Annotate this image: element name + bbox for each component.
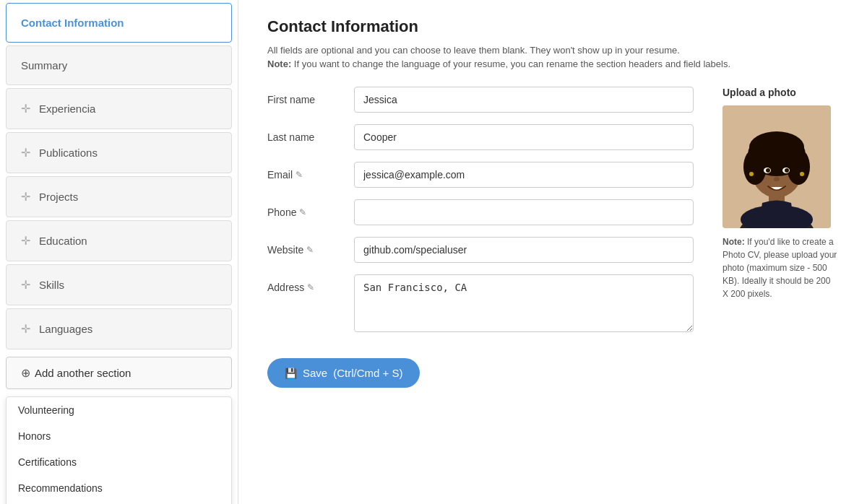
photo-image <box>722 105 831 228</box>
input-first-name[interactable] <box>354 87 694 113</box>
form-fields: First name Last name Email ✎ Phone <box>267 87 694 388</box>
sidebar-item-languages[interactable]: ✛ Languages <box>6 308 232 349</box>
form-layout: First name Last name Email ✎ Phone <box>267 87 838 388</box>
add-section-button[interactable]: ⊕ Add another section <box>6 357 232 389</box>
svg-point-14 <box>800 172 804 176</box>
sidebar-item-skills[interactable]: ✛ Skills <box>6 264 232 305</box>
add-section-label: Add another section <box>35 367 131 379</box>
save-disk-icon: 💾 <box>285 368 297 379</box>
label-first-name: First name <box>267 87 354 105</box>
dropdown-item-honors[interactable]: Honors <box>7 423 231 449</box>
photo-section: Upload a photo <box>722 87 838 388</box>
label-email: Email ✎ <box>267 162 354 181</box>
form-row-email: Email ✎ <box>267 162 694 188</box>
dropdown-item-volunteering[interactable]: Volunteering <box>7 397 231 423</box>
sidebar-item-label: Projects <box>39 191 78 203</box>
edit-phone-icon[interactable]: ✎ <box>299 207 306 217</box>
dropdown-item-custom-section[interactable]: [Custom Section] <box>7 501 231 504</box>
edit-email-icon[interactable]: ✎ <box>296 170 303 180</box>
form-row-last-name: Last name <box>267 124 694 150</box>
save-label: Save <box>303 367 327 379</box>
sidebar-item-label: Education <box>39 235 87 247</box>
drag-handle-icon[interactable]: ✛ <box>21 278 30 292</box>
sidebar-item-label: Languages <box>39 323 92 335</box>
drag-handle-icon[interactable]: ✛ <box>21 234 30 248</box>
sidebar: Contact Information Summary ✛ Experienci… <box>0 0 238 504</box>
note-text: Note: If you want to change the language… <box>267 58 838 69</box>
form-row-phone: Phone ✎ <box>267 199 694 225</box>
svg-point-7 <box>749 131 804 163</box>
sidebar-item-label: Publications <box>39 147 98 159</box>
photo-preview[interactable] <box>722 105 831 228</box>
sidebar-item-label: Experiencia <box>39 103 95 115</box>
svg-point-10 <box>766 168 770 173</box>
sidebar-item-experiencia[interactable]: ✛ Experiencia <box>6 88 232 129</box>
svg-point-13 <box>749 172 754 176</box>
sidebar-item-contact-information[interactable]: Contact Information <box>6 3 232 43</box>
input-website[interactable] <box>354 237 694 263</box>
drag-handle-icon[interactable]: ✛ <box>21 322 30 336</box>
plus-circle-icon: ⊕ <box>21 366 30 380</box>
save-shortcut: (Ctrl/Cmd + S) <box>333 367 402 379</box>
drag-handle-icon[interactable]: ✛ <box>21 146 30 160</box>
label-address: Address ✎ <box>267 274 354 293</box>
svg-point-11 <box>785 168 789 173</box>
save-button[interactable]: 💾 Save (Ctrl/Cmd + S) <box>267 358 420 388</box>
sidebar-item-summary[interactable]: Summary <box>6 45 232 85</box>
form-row-website: Website ✎ <box>267 237 694 263</box>
label-phone: Phone ✎ <box>267 199 354 218</box>
sidebar-item-label: Contact Information <box>21 17 124 29</box>
input-email[interactable] <box>354 162 694 188</box>
description-text: All fields are optional and you can choo… <box>267 45 838 56</box>
label-website: Website ✎ <box>267 237 354 256</box>
sidebar-item-label: Summary <box>21 59 67 71</box>
sidebar-item-publications[interactable]: ✛ Publications <box>6 132 232 173</box>
edit-address-icon[interactable]: ✎ <box>307 282 314 292</box>
input-address[interactable]: San Francisco, CA <box>354 274 694 332</box>
main-content: Contact Information All fields are optio… <box>238 0 867 504</box>
dropdown-item-recommendations[interactable]: Recommendations <box>7 475 231 501</box>
photo-note: Note: If you'd like to create a Photo CV… <box>722 235 838 300</box>
photo-title: Upload a photo <box>722 87 838 98</box>
form-row-first-name: First name <box>267 87 694 113</box>
input-phone[interactable] <box>354 199 694 225</box>
page-title: Contact Information <box>267 17 838 36</box>
sidebar-item-label: Skills <box>39 279 64 291</box>
add-section-dropdown: Volunteering Honors Certifications Recom… <box>6 396 232 504</box>
sidebar-item-projects[interactable]: ✛ Projects <box>6 176 232 217</box>
input-last-name[interactable] <box>354 124 694 150</box>
form-row-address: Address ✎ San Francisco, CA <box>267 274 694 332</box>
sidebar-item-education[interactable]: ✛ Education <box>6 220 232 261</box>
svg-point-12 <box>774 177 780 181</box>
note-body: If you want to change the language of yo… <box>294 58 730 69</box>
edit-website-icon[interactable]: ✎ <box>306 245 314 255</box>
label-last-name: Last name <box>267 124 354 143</box>
dropdown-item-certifications[interactable]: Certifications <box>7 449 231 475</box>
drag-handle-icon[interactable]: ✛ <box>21 190 30 204</box>
note-prefix: Note: <box>267 58 291 69</box>
drag-handle-icon[interactable]: ✛ <box>21 102 30 116</box>
photo-note-prefix: Note: <box>722 237 745 247</box>
